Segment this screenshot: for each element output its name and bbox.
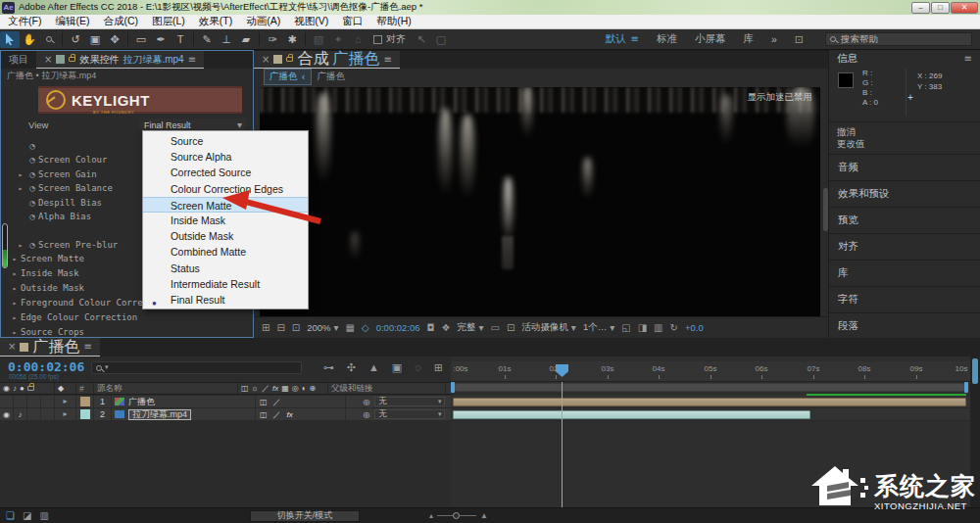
dropdown-item-source-alpha[interactable]: Source Alpha	[143, 149, 308, 165]
panel-align[interactable]: 对齐	[829, 233, 980, 260]
expand-arrow-icon[interactable]: ▸	[9, 284, 21, 293]
lock-cell[interactable]	[41, 408, 55, 420]
menu-effect[interactable]: 效果(T)	[199, 15, 232, 28]
layer-lane-2[interactable]	[451, 408, 970, 421]
dropdown-item-combined-matte[interactable]: Combined Matte	[143, 244, 308, 260]
panel-paragraph[interactable]: 段落	[829, 312, 980, 339]
pickwhip-icon[interactable]: ◎	[364, 410, 370, 419]
shy-switch-icon[interactable]: ◫	[260, 398, 268, 406]
graph-editor-icon[interactable]: ⊞	[434, 361, 443, 374]
panel-preview[interactable]: 预览	[829, 207, 980, 233]
expand-arrow-icon[interactable]: ▸	[9, 299, 21, 308]
panel-libraries[interactable]: 库	[829, 260, 980, 286]
parent-dropdown[interactable]: 无 ▾	[374, 397, 445, 406]
expand-arrow-icon[interactable]: ▸	[15, 241, 26, 250]
expand-arrow-icon[interactable]: ▸	[15, 184, 26, 193]
share-panel-icon[interactable]: ⊡	[795, 34, 804, 45]
mini-flowchart-icon[interactable]: ⊶	[323, 361, 334, 374]
snapping-control[interactable]: 对齐	[373, 32, 406, 46]
tab-effect-controls[interactable]: × 效果控件 拉刀绿幕.mp4 ≡	[36, 51, 204, 69]
dropdown-item-final-result[interactable]: ● Final Result	[143, 292, 308, 308]
menu-help[interactable]: 帮助(H)	[376, 15, 412, 28]
workspace-standard[interactable]: 标准	[657, 32, 677, 46]
eye-cell[interactable]: ◉	[0, 408, 14, 420]
expand-arrow-icon[interactable]: ▸	[9, 269, 21, 278]
parent-cell[interactable]: ◎ 无 ▾	[346, 396, 464, 407]
dropdown-item-outside-mask[interactable]: Outside Mask	[143, 228, 308, 244]
parent-link-column-header[interactable]: 父级和链接	[328, 383, 446, 394]
search-help-field[interactable]: 搜索帮助	[825, 32, 972, 46]
timeline-button-icon[interactable]: ▥	[654, 323, 662, 333]
panel-effects-presets[interactable]: 效果和预设	[829, 180, 980, 207]
selection-tool[interactable]	[0, 31, 20, 48]
audio-icon[interactable]: ♪	[19, 410, 23, 419]
parent-cell[interactable]: ◎ 无 ▾	[346, 408, 464, 420]
motion-blur-icon[interactable]: ◌	[415, 361, 421, 374]
playhead-line[interactable]	[562, 382, 563, 507]
comp-nav-root[interactable]: 广播色	[318, 71, 346, 83]
scrollbar-thumb[interactable]	[972, 358, 978, 384]
audio-cell[interactable]: ♪	[14, 408, 27, 420]
clone-stamp-tool[interactable]: ⊥	[217, 31, 236, 48]
expand-arrow-icon[interactable]: ▸	[63, 410, 67, 418]
pixel-aspect-icon[interactable]: ⊡	[507, 323, 514, 333]
grid-guides-icon[interactable]: ▦	[346, 323, 355, 333]
expand-cell[interactable]: ▸	[55, 408, 76, 420]
dropdown-item-source[interactable]: Source	[143, 133, 308, 149]
brush-tool[interactable]: ✎	[197, 31, 217, 48]
menu-edit[interactable]: 编辑(E)	[55, 15, 89, 28]
always-preview-icon[interactable]: ⊞	[262, 323, 270, 333]
panel-scrollbar[interactable]	[2, 223, 8, 268]
expand-layer-switches-icon[interactable]: ❏	[6, 511, 15, 521]
fast-previews-icon[interactable]: ◨	[638, 323, 647, 333]
layer-bar-footage[interactable]	[453, 410, 810, 419]
view-layout-dropdown[interactable]: 1个… ▾	[583, 321, 614, 334]
stopwatch-icon[interactable]: ◔	[26, 169, 38, 179]
solo-cell[interactable]	[27, 408, 41, 420]
panel-audio[interactable]: 音频	[829, 154, 980, 180]
composition-canvas[interactable]: 显示加速已禁用	[260, 87, 820, 317]
camera-dropdown[interactable]: 活动摄像机 ▾	[521, 321, 576, 334]
expand-arrow-icon[interactable]: ▸	[9, 328, 21, 337]
frame-blending-icon[interactable]: ▣	[392, 361, 402, 374]
snap-checkbox[interactable]	[373, 35, 382, 44]
work-area-start-bracket[interactable]	[451, 382, 455, 393]
pickwhip-icon[interactable]: ◎	[364, 398, 370, 406]
pen-tool[interactable]: ✒	[151, 31, 171, 48]
stopwatch-icon[interactable]: ◔	[26, 198, 38, 208]
layer-row-2[interactable]: ◉ ♪ ▸ 2 拉刀绿幕.mp4 ◫ ／ fx ◎	[0, 408, 451, 421]
puppet-pin-tool[interactable]: ✱	[282, 31, 302, 48]
workspace-default[interactable]: 默认 ≡	[606, 32, 639, 46]
menu-layer[interactable]: 图层(L)	[152, 15, 185, 28]
tab-project[interactable]: 项目	[1, 51, 36, 69]
mask-visibility-icon[interactable]: ◇	[362, 323, 369, 333]
expand-arrow-icon[interactable]: ▸	[9, 255, 21, 263]
type-tool[interactable]: T	[171, 31, 190, 48]
menu-window[interactable]: 窗口	[342, 15, 363, 28]
eye-icon[interactable]: ◉	[3, 410, 10, 419]
work-area-bar[interactable]	[453, 383, 966, 392]
expand-arrow-icon[interactable]: ▸	[9, 313, 21, 322]
dropdown-item-corrected-source[interactable]: Corrected Source	[143, 165, 308, 180]
dropdown-item-intermediate-result[interactable]: Intermediate Result	[143, 276, 308, 292]
name-cell[interactable]: 广播色	[112, 396, 256, 407]
layer-color-swatch[interactable]	[80, 397, 90, 406]
region-of-interest-icon[interactable]: ▭	[491, 323, 500, 333]
primary-viewer-icon[interactable]: ⊟	[276, 323, 284, 333]
pixel-preview-icon[interactable]: ◱	[621, 323, 630, 333]
reset-exposure-icon[interactable]: ↻	[670, 323, 678, 333]
zoom-slider-track[interactable]	[437, 515, 476, 516]
snapshot-icon[interactable]: ◘	[427, 323, 435, 333]
layer-name-selected[interactable]: 拉刀绿幕.mp4	[128, 409, 191, 420]
comp-nav-current[interactable]: 广播色 ‹	[264, 69, 312, 85]
fx-switch-icon[interactable]: fx	[287, 410, 293, 419]
close-button[interactable]: ✕	[951, 2, 978, 14]
work-area-end-bracket[interactable]	[964, 382, 968, 393]
layer-lane-1[interactable]	[451, 396, 970, 408]
shy-switch-icon[interactable]: ◫	[260, 410, 268, 419]
workspace-menu-icon[interactable]: ≡	[631, 34, 639, 44]
switches-cell[interactable]: ◫ ／	[256, 396, 346, 407]
shy-layers-icon[interactable]: ▲	[368, 361, 379, 374]
solo-cell[interactable]	[27, 396, 41, 407]
menu-composition[interactable]: 合成(C)	[103, 15, 138, 28]
